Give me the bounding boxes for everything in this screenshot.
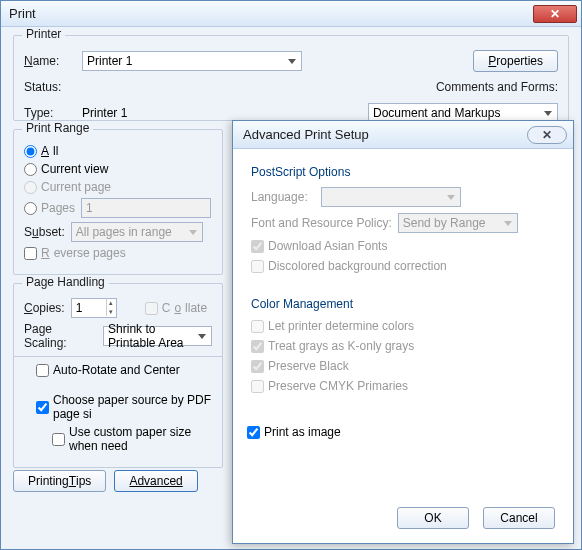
advanced-button[interactable]: Advanced [114,470,197,492]
range-pages-input [81,198,211,218]
cancel-button[interactable]: Cancel [483,507,555,529]
subset-label: Subset:Subset: [24,225,65,239]
copies-stepper[interactable]: 1 [71,298,117,318]
page-scaling-select[interactable]: Shrink to Printable Area [103,326,212,346]
comments-label: Comments and Forms: [436,80,558,94]
print-as-image-checkbox[interactable]: Print as image [247,425,341,439]
paper-source-checkbox[interactable]: Choose paper source by PDF page si [36,393,212,421]
titlebar: Print ✕ [1,1,581,27]
name-label: NName:ame: [24,54,76,68]
collate-checkbox: CollateCollate [145,301,207,315]
custom-paper-checkbox[interactable]: Use custom paper size when need [52,425,212,453]
close-icon[interactable]: ✕ [533,5,577,23]
auto-rotate-checkbox[interactable]: Auto-Rotate and Center [36,363,180,377]
type-value: Printer 1 [82,106,127,120]
font-policy-label: Font and Resource Policy: [251,216,392,230]
reverse-pages-checkbox[interactable]: Reverse pagesReverse pages [24,246,126,260]
adv-titlebar: Advanced Print Setup ✕ [233,121,573,149]
language-label: Language: [251,190,315,204]
print-range-group: Print Range AllAll Current view Current … [13,129,223,275]
page-handling-group: Page Handling Copies:Copies: 1 CollateCo… [13,283,223,468]
let-printer-checkbox: Let printer determine colors [251,319,414,333]
adv-window-title: Advanced Print Setup [243,127,369,142]
advanced-print-setup-dialog: Advanced Print Setup ✕ PostScript Option… [232,120,574,544]
copies-label: Copies:Copies: [24,301,65,315]
treat-grays-checkbox: Treat grays as K-only grays [251,339,414,353]
download-asian-checkbox: Download Asian Fonts [251,239,387,253]
font-policy-select: Send by Range [398,213,518,233]
range-all-radio[interactable]: AllAll [24,144,58,158]
properties-button[interactable]: PropertiesProperties [473,50,558,72]
page-scaling-label: Page Scaling: [24,322,97,350]
printer-legend: Printer [22,27,65,41]
postscript-heading: PostScript Options [251,165,555,179]
page-handling-legend: Page Handling [22,275,109,289]
print-range-legend: Print Range [22,121,93,135]
type-label: Type: [24,106,76,120]
adv-close-icon[interactable]: ✕ [527,126,567,144]
status-label: Status: [24,80,76,94]
preserve-black-checkbox: Preserve Black [251,359,349,373]
subset-select: All pages in range [71,222,203,242]
printer-name-select[interactable]: Printer 1 [82,51,302,71]
range-current-page-radio: Current page [24,180,111,194]
range-current-view-radio[interactable]: Current view [24,162,108,176]
range-pages-radio[interactable]: Pages [24,201,75,215]
color-mgmt-heading: Color Management [251,297,555,311]
printing-tips-button[interactable]: Printing TipsPrinting Tips [13,470,106,492]
printer-group: Printer NName:ame: Printer 1 PropertiesP… [13,35,569,121]
preserve-cmyk-checkbox: Preserve CMYK Primaries [251,379,408,393]
language-select [321,187,461,207]
discolored-bg-checkbox: Discolored background correction [251,259,447,273]
ok-button[interactable]: OK [397,507,469,529]
window-title: Print [9,6,36,21]
